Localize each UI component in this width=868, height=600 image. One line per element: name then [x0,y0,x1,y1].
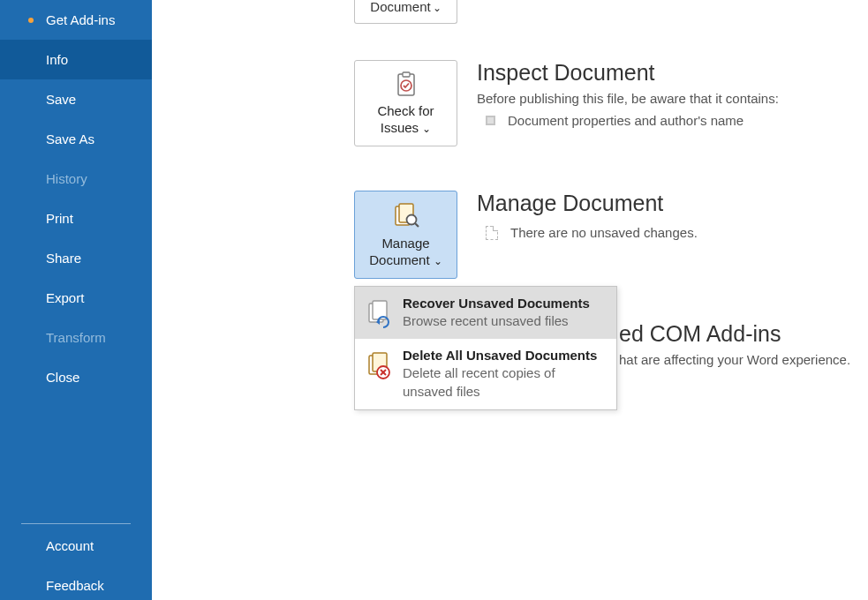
svg-rect-1 [403,72,410,77]
protect-document-button[interactable]: Document ⌄ [354,0,457,24]
delete-unsaved-item[interactable]: Delete All Unsaved Documents Delete all … [355,339,616,409]
sidebar-item-label: Get Add-ins [46,12,115,27]
sidebar-item-account[interactable]: Account [0,526,152,566]
sidebar-item-label: Save [46,92,76,107]
manage-document-desc: There are no unsaved changes. [510,225,698,240]
sidebar-item-label: Feedback [46,578,104,593]
chevron-down-icon: ⌄ [434,255,442,267]
main-content: Document ⌄ Check for Issues ⌄ [152,0,868,600]
sidebar-item-label: Share [46,251,81,266]
chevron-down-icon: ⌄ [422,123,431,135]
inspect-document-title: Inspect Document [477,60,779,86]
manage-document-title: Manage Document [477,191,698,216]
recover-unsaved-item[interactable]: Recover Unsaved Documents Browse recent … [355,287,616,339]
inspect-bullet-text: Document properties and author's name [508,113,743,128]
button-label-line2: Document [369,252,429,267]
manage-document-section: Manage Document ⌄ Manage Document There … [354,191,698,279]
sidebar-item-export[interactable]: Export [0,278,152,318]
recover-documents-icon [364,296,394,329]
button-label-line1: Manage [369,236,442,252]
delete-documents-icon [364,348,394,381]
manage-document-button[interactable]: Manage Document ⌄ [354,191,457,279]
sidebar-divider [21,523,131,524]
checklist-icon [393,71,419,98]
file-menu-sidebar: Get Add-ins Info Save Save As History Pr… [0,0,152,600]
dropdown-item-desc: Browse recent unsaved files [403,312,588,330]
documents-magnify-icon [392,202,420,230]
dropdown-item-title: Delete All Unsaved Documents [403,348,597,363]
sidebar-item-feedback[interactable]: Feedback [0,566,152,600]
dropdown-item-desc: Delete all recent copies of unsaved file… [403,364,588,401]
bullet-icon [486,116,495,125]
sidebar-item-label: Account [46,538,94,553]
sidebar-item-transform: Transform [0,318,152,357]
sidebar-item-share[interactable]: Share [0,238,152,278]
manage-document-dropdown: Recover Unsaved Documents Browse recent … [354,286,617,410]
svg-line-6 [415,223,419,227]
sidebar-item-label: Print [46,211,73,226]
button-label: Document [370,0,430,13]
sidebar-item-label: Close [46,370,79,385]
chevron-down-icon: ⌄ [433,3,442,13]
sidebar-item-info[interactable]: Info [0,40,152,79]
sidebar-item-history: History [0,159,152,199]
sidebar-item-print[interactable]: Print [0,199,152,238]
sidebar-item-label: Info [46,52,68,67]
button-label-line2: Issues [381,120,419,135]
sidebar-item-get-addins[interactable]: Get Add-ins [0,0,152,40]
button-label-line1: Check for [377,103,434,120]
svg-point-5 [406,215,416,225]
dropdown-item-title: Recover Unsaved Documents [403,296,590,311]
com-addins-title: ed COM Add-ins [619,321,850,347]
sidebar-item-close[interactable]: Close [0,357,152,397]
check-for-issues-button[interactable]: Check for Issues ⌄ [354,60,457,146]
document-draft-icon [486,226,498,240]
sidebar-item-save-as[interactable]: Save As [0,119,152,159]
sidebar-item-label: Transform [46,330,106,345]
inspect-document-desc: Before publishing this file, be aware th… [477,91,779,106]
inspect-document-section: Check for Issues ⌄ Inspect Document Befo… [354,60,779,146]
sidebar-item-save[interactable]: Save [0,79,152,119]
com-addins-desc: hat are affecting your Word experience. [619,352,850,367]
sidebar-item-label: Export [46,290,84,305]
sidebar-item-label: History [46,171,87,186]
sidebar-item-label: Save As [46,131,94,146]
